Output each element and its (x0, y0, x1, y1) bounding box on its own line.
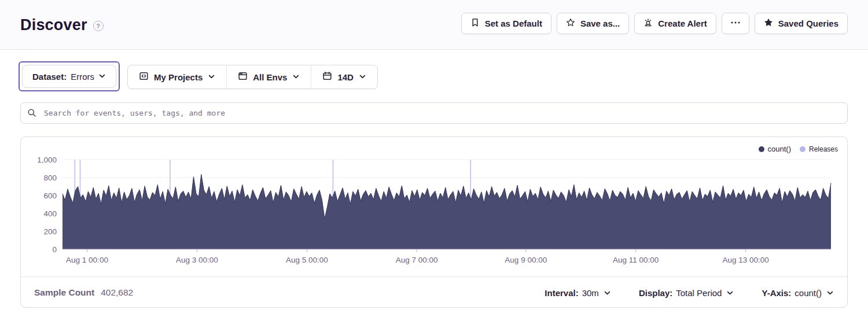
y-axis-dropdown[interactable]: Y-Axis: count() (762, 288, 834, 298)
set-as-default-button[interactable]: Set as Default (461, 13, 551, 34)
svg-text:Aug 9 00:00: Aug 9 00:00 (505, 256, 547, 264)
star-outline-icon (566, 18, 575, 29)
svg-text:200: 200 (43, 227, 57, 236)
count-series-dot-icon (759, 146, 764, 152)
chevron-down-icon (604, 289, 611, 297)
saved-queries-button[interactable]: Saved Queries (755, 13, 848, 34)
legend-label: Releases (809, 145, 838, 153)
legend-item-count[interactable]: count() (759, 145, 791, 153)
button-label: Save as... (580, 19, 620, 28)
interval-value: 30m (582, 288, 599, 298)
date-range-filter-label: 14D (337, 72, 354, 82)
project-filter-dropdown[interactable]: My Projects (128, 65, 226, 88)
projects-icon (139, 71, 149, 83)
chart-legend: count() Releases (759, 145, 838, 153)
toolbar: Set as Default Save as... Create Alert (461, 13, 848, 34)
search-input[interactable] (20, 102, 848, 124)
y-axis-label: Y-Axis: (762, 288, 791, 298)
chevron-down-icon (359, 72, 366, 82)
legend-item-releases[interactable]: Releases (800, 145, 838, 153)
calendar-icon (322, 71, 332, 83)
svg-text:Aug 7 00:00: Aug 7 00:00 (396, 256, 438, 264)
events-chart-panel: count() Releases 02004006008001,000Aug 1… (20, 136, 848, 308)
button-label: Create Alert (658, 19, 707, 28)
events-area-chart[interactable]: 02004006008001,000Aug 1 00:00Aug 3 00:00… (21, 137, 847, 276)
filter-row: Dataset: Errors My Projects (19, 61, 378, 91)
dataset-value: Errors (71, 72, 94, 82)
svg-text:0: 0 (52, 245, 57, 254)
window-icon (238, 71, 248, 83)
date-range-filter-dropdown[interactable]: 14D (311, 65, 377, 88)
chevron-down-icon (292, 72, 300, 82)
display-dropdown[interactable]: Display: Total Period (639, 288, 734, 298)
svg-text:1,000: 1,000 (37, 156, 57, 164)
search-row (20, 102, 848, 124)
siren-icon (643, 18, 653, 29)
environment-filter-label: All Envs (253, 72, 287, 82)
dataset-highlight-outline: Dataset: Errors (19, 61, 120, 91)
svg-text:400: 400 (43, 209, 57, 218)
create-alert-button[interactable]: Create Alert (634, 13, 716, 34)
dataset-dropdown[interactable]: Dataset: Errors (22, 65, 116, 88)
star-filled-icon (764, 18, 773, 29)
interval-dropdown[interactable]: Interval: 30m (545, 288, 611, 298)
page-filter-group: My Projects All Envs (127, 65, 378, 89)
legend-label: count() (768, 145, 791, 153)
sample-count-label: Sample Count (34, 287, 94, 298)
svg-text:Aug 3 00:00: Aug 3 00:00 (176, 256, 218, 264)
display-value: Total Period (676, 288, 722, 298)
help-icon[interactable]: ? (93, 21, 104, 31)
chevron-down-icon (208, 72, 215, 82)
svg-text:Aug 11 00:00: Aug 11 00:00 (613, 256, 659, 264)
button-label: Set as Default (485, 19, 542, 28)
display-label: Display: (639, 288, 672, 298)
project-filter-label: My Projects (154, 72, 203, 82)
more-options-button[interactable] (722, 13, 749, 34)
save-as-button[interactable]: Save as... (557, 13, 629, 34)
bookmark-icon (470, 18, 480, 29)
svg-text:800: 800 (43, 174, 57, 182)
interval-label: Interval: (545, 288, 578, 298)
title-wrap: Discover ? (20, 0, 104, 50)
svg-text:600: 600 (43, 191, 57, 200)
ellipsis-icon (730, 18, 741, 29)
page-title: Discover (20, 16, 87, 34)
dataset-label: Dataset: (32, 72, 67, 82)
svg-text:Aug 1 00:00: Aug 1 00:00 (66, 256, 108, 264)
environment-filter-dropdown[interactable]: All Envs (226, 65, 311, 88)
sample-count-value: 402,682 (101, 287, 133, 298)
y-axis-value: count() (795, 288, 822, 298)
chevron-down-icon (98, 72, 106, 82)
page-header: Discover ? Set as Default Save as... (0, 0, 868, 50)
chart-footer: Sample Count 402,682 Interval: 30m Displ… (21, 277, 847, 308)
button-label: Saved Queries (778, 19, 838, 28)
sample-count: Sample Count 402,682 (34, 287, 133, 298)
chevron-down-icon (726, 289, 734, 297)
footer-controls: Interval: 30m Display: Total Period Y-Ax… (545, 288, 834, 298)
search-icon (27, 108, 36, 120)
releases-series-dot-icon (800, 146, 806, 152)
svg-text:Aug 13 00:00: Aug 13 00:00 (722, 256, 768, 264)
svg-text:Aug 5 00:00: Aug 5 00:00 (286, 256, 328, 264)
chevron-down-icon (826, 289, 834, 297)
